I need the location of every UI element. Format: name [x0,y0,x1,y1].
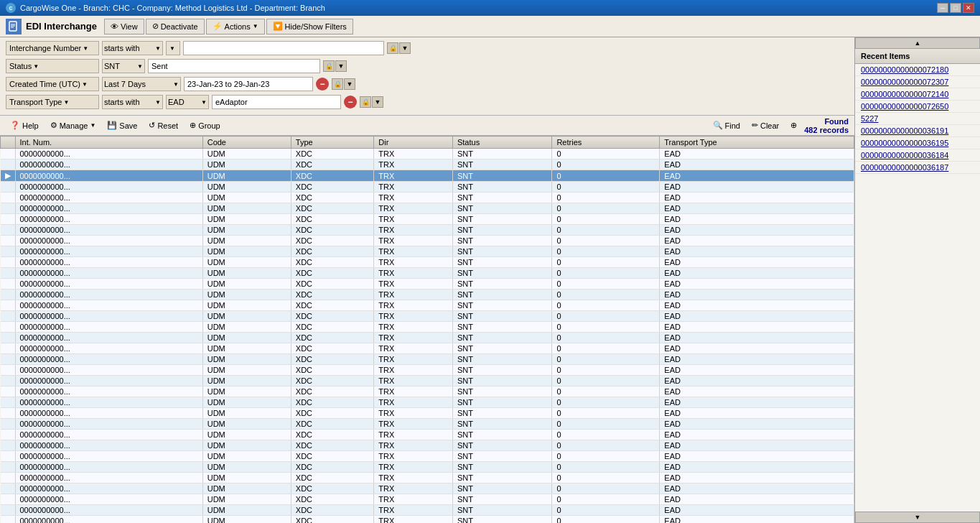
restore-button[interactable]: □ [950,3,961,13]
filter-input-status[interactable] [148,59,320,73]
table-row[interactable]: 0000000000... UDM XDC TRX SNT 0 EAD [1,516,854,524]
reset-button[interactable]: ↺ Reset [144,118,182,134]
col-retries[interactable]: Retries [552,136,660,149]
filter-dropdown-btn-transport[interactable]: ▼ [372,96,383,108]
cell-type: XDC [291,365,373,376]
cell-code: UDM [202,354,291,365]
view-button[interactable]: 👁 View [104,19,144,34]
save-button[interactable]: 💾 Save [103,118,141,134]
table-row[interactable]: 0000000000... UDM XDC TRX SNT 0 EAD [1,408,854,419]
filter-lock-status[interactable]: 🔒 [323,60,335,72]
table-row[interactable]: 0000000000... UDM XDC TRX SNT 0 EAD [1,279,854,290]
table-row[interactable]: 0000000000... UDM XDC TRX SNT 0 EAD [1,505,854,516]
close-button[interactable]: ✕ [963,3,974,13]
table-row[interactable]: 0000000000... UDM XDC TRX SNT 0 EAD [1,451,854,462]
cell-dir: TRX [374,333,453,343]
filter-input-transport[interactable] [212,95,341,109]
table-row[interactable]: 0000000000... UDM XDC TRX SNT 0 EAD [1,149,854,159]
sidebar-item[interactable]: 00000000000000036184 [855,149,980,162]
find-button[interactable]: 🔍 Find [709,118,745,134]
sidebar-item[interactable]: 00000000000000072650 [855,101,980,113]
table-row[interactable]: 0000000000... UDM XDC TRX SNT 0 EAD [1,193,854,203]
table-row[interactable]: 0000000000... UDM XDC TRX SNT 0 EAD [1,473,854,483]
cell-dir: TRX [374,376,453,387]
filter-remove-created-time[interactable]: − [316,78,329,91]
filter-condition-created-time[interactable]: Last 7 Days ▼ [102,77,181,91]
table-row[interactable]: 0000000000... UDM XDC TRX SNT 0 EAD [1,397,854,408]
filter-dropdown-btn-interchange[interactable]: ▼ [399,42,411,54]
col-dir[interactable]: Dir [374,136,453,149]
filter-remove-transport[interactable]: − [344,96,357,108]
sidebar-item[interactable]: 5227 [855,113,980,125]
table-row[interactable]: 0000000000... UDM XDC TRX SNT 0 EAD [1,246,854,257]
table-row[interactable]: 0000000000... UDM XDC TRX SNT 0 EAD [1,419,854,430]
filter-dropdown-btn-status[interactable]: ▼ [335,60,347,72]
cell-dir: TRX [374,365,453,376]
table-row[interactable]: 0000000000... UDM XDC TRX SNT 0 EAD [1,440,854,451]
col-code[interactable]: Code [202,136,291,149]
sidebar-item[interactable]: 00000000000000036195 [855,137,980,149]
table-row[interactable]: 0000000000... UDM XDC TRX SNT 0 EAD [1,300,854,311]
table-row[interactable]: 0000000000... UDM XDC TRX SNT 0 EAD [1,214,854,225]
actions-button[interactable]: ⚡ Actions ▼ [206,19,265,34]
table-row[interactable]: 0000000000... UDM XDC TRX SNT 0 EAD [1,290,854,300]
filter-condition-interchange[interactable]: starts with ▼ [102,41,163,55]
filter-input-interchange[interactable] [183,41,384,55]
col-int-num[interactable]: Int. Num. [15,136,202,149]
table-row[interactable]: 0000000000... UDM XDC TRX SNT 0 EAD [1,225,854,236]
sidebar-item[interactable]: 00000000000000036187 [855,162,980,174]
filter-value1-transport[interactable]: EAD ▼ [166,95,209,109]
filter-input-created-time[interactable] [184,77,313,91]
table-row[interactable]: 0000000000... UDM XDC TRX SNT 0 EAD [1,494,854,505]
table-row[interactable]: 0000000000... UDM XDC TRX SNT 0 EAD [1,203,854,214]
table-row[interactable]: 0000000000... UDM XDC TRX SNT 0 EAD [1,483,854,494]
sidebar-item[interactable]: 00000000000000072140 [855,88,980,101]
table-container[interactable]: Int. Num. Code Type Dir Status Retries T… [0,136,854,523]
cell-int-num: 0000000000... [15,387,202,397]
clear-button[interactable]: ✏ Clear [747,118,783,134]
sidebar-item[interactable]: 00000000000000072180 [855,64,980,76]
col-status[interactable]: Status [452,136,551,149]
filter-condition-transport[interactable]: starts with ▼ [102,95,163,109]
table-row[interactable]: 0000000000... UDM XDC TRX SNT 0 EAD [1,311,854,322]
sidebar-scroll-down[interactable]: ▼ [855,512,980,523]
table-row[interactable]: 0000000000... UDM XDC TRX SNT 0 EAD [1,182,854,193]
filter-value-dropdown-interchange[interactable]: ▼ [166,41,180,55]
help-button[interactable]: ❓ Help [6,118,43,134]
deactivate-button[interactable]: ⊘ Deactivate [146,19,205,34]
filter-condition-status[interactable]: SNT ▼ [102,59,145,73]
cell-indicator: ▶ [1,170,16,182]
cell-transport: EAD [660,516,854,524]
filter-lock-interchange[interactable]: 🔒 [387,42,398,54]
table-row[interactable]: 0000000000... UDM XDC TRX SNT 0 EAD [1,354,854,365]
cell-indicator [1,257,16,268]
cell-dir: TRX [374,451,453,462]
table-row[interactable]: 0000000000... UDM XDC TRX SNT 0 EAD [1,430,854,440]
filter-lock-created-time[interactable]: 🔒 [332,78,343,90]
table-row[interactable]: 0000000000... UDM XDC TRX SNT 0 EAD [1,257,854,268]
table-row[interactable]: ▶ 0000000000... UDM XDC TRX SNT 0 EAD [1,170,854,182]
table-row[interactable]: 0000000000... UDM XDC TRX SNT 0 EAD [1,236,854,246]
table-row[interactable]: 0000000000... UDM XDC TRX SNT 0 EAD [1,343,854,354]
table-row[interactable]: 0000000000... UDM XDC TRX SNT 0 EAD [1,159,854,170]
table-row[interactable]: 0000000000... UDM XDC TRX SNT 0 EAD [1,462,854,473]
cell-code: UDM [202,419,291,430]
group-button[interactable]: ⊕ Group [185,118,225,134]
table-row[interactable]: 0000000000... UDM XDC TRX SNT 0 EAD [1,376,854,387]
sidebar-item[interactable]: 00000000000000072307 [855,76,980,88]
hide-show-filters-button[interactable]: 🔽 Hide/Show Filters [266,19,353,34]
col-type[interactable]: Type [291,136,373,149]
table-row[interactable]: 0000000000... UDM XDC TRX SNT 0 EAD [1,333,854,343]
col-transport[interactable]: Transport Type [660,136,854,149]
add-button[interactable]: ⊕ [786,118,801,134]
minimize-button[interactable]: ─ [937,3,948,13]
sidebar-scroll-up[interactable]: ▲ [855,37,980,49]
filter-lock-transport[interactable]: 🔒 [360,96,371,108]
table-row[interactable]: 0000000000... UDM XDC TRX SNT 0 EAD [1,268,854,279]
table-row[interactable]: 0000000000... UDM XDC TRX SNT 0 EAD [1,365,854,376]
table-row[interactable]: 0000000000... UDM XDC TRX SNT 0 EAD [1,322,854,333]
manage-button[interactable]: ⚙ Manage ▼ [46,118,101,134]
filter-dropdown-btn-created-time[interactable]: ▼ [344,78,355,90]
table-row[interactable]: 0000000000... UDM XDC TRX SNT 0 EAD [1,387,854,397]
sidebar-item[interactable]: 00000000000000036191 [855,125,980,137]
